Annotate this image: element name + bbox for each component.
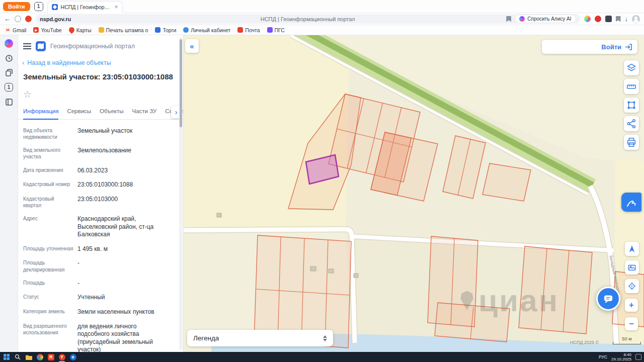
ruler-button[interactable] xyxy=(624,79,639,94)
map-canvas[interactable]: Западный переулок « Войти xyxy=(184,35,644,352)
browser-icon xyxy=(37,354,43,360)
my-location-button[interactable] xyxy=(625,242,639,256)
location-arrow-icon xyxy=(627,244,636,253)
zoom-in-button[interactable]: + xyxy=(625,299,638,312)
bookmark-gmail[interactable]: M Gmail xyxy=(5,27,26,33)
bookmark-mail[interactable]: Почта xyxy=(237,27,260,33)
tab-services[interactable]: Сервисы xyxy=(67,106,91,119)
object-title: Земельный участок: 23:05:0103000:1088 xyxy=(18,66,183,82)
zoom-controls: + − xyxy=(625,299,638,330)
alice-icon[interactable] xyxy=(5,39,13,48)
field-row: Вид земельного участка Землепользование xyxy=(23,143,170,163)
field-value: Учтенный xyxy=(77,294,170,302)
field-row: Категория земель Земли населенных пункто… xyxy=(23,305,170,319)
panel-scrollbar[interactable] xyxy=(179,37,183,350)
panorama-mode-button[interactable] xyxy=(621,193,641,212)
extensions-icon[interactable] xyxy=(15,16,21,22)
tab-information[interactable]: Информация xyxy=(23,106,58,120)
bookmark-stamp[interactable]: Печать штампа о xyxy=(99,27,148,33)
search-area-button[interactable] xyxy=(625,279,639,293)
bookmark-pgs[interactable]: ПГС xyxy=(267,27,285,33)
extension-icon[interactable] xyxy=(595,16,601,22)
field-label: Статус xyxy=(23,294,73,300)
site-service-icon[interactable] xyxy=(25,16,32,22)
browser-sync-login-chip[interactable]: Войти xyxy=(3,2,30,11)
tabs-panel-counter[interactable]: 1 xyxy=(5,83,13,92)
ruler-icon xyxy=(626,81,637,92)
measure-area-button[interactable] xyxy=(624,98,639,113)
tab-favicon xyxy=(52,4,58,10)
taskbar-app-browser[interactable] xyxy=(36,353,44,361)
field-row: Кадастровый номер 23:05:0103000:1088 xyxy=(23,177,170,192)
taskbar-app-ya-square[interactable]: Я xyxy=(47,353,55,361)
collapse-panel-button[interactable]: « xyxy=(185,39,199,53)
bookmark-youtube[interactable]: ▶ YouTube xyxy=(33,27,61,33)
bookmark-label: ПГС xyxy=(275,27,285,33)
taskbar-app-edge[interactable]: e xyxy=(69,353,77,361)
profile-avatar[interactable] xyxy=(632,15,640,23)
bookmark-label: Печать штампа о xyxy=(106,27,148,33)
field-row: Дата присвоения 06.03.2023 xyxy=(23,163,170,178)
bookmarks-panel-icon[interactable] xyxy=(616,16,621,22)
history-icon[interactable] xyxy=(5,54,13,62)
sketch-icon xyxy=(625,196,638,209)
browser-tab[interactable]: НСПД | Геоинформационный портал × xyxy=(47,1,123,13)
stamp-icon xyxy=(99,27,104,33)
field-value: Земли населенных пунктов xyxy=(77,308,170,316)
layers-button[interactable] xyxy=(624,60,639,75)
bookmark-torgi[interactable]: Торги xyxy=(155,27,176,33)
menu-hamburger-icon[interactable] xyxy=(23,43,31,49)
cadastral-map[interactable]: Западный переулок xyxy=(184,35,644,352)
tab-close-icon[interactable]: × xyxy=(115,4,118,10)
zoom-out-button[interactable]: − xyxy=(625,317,638,330)
field-label: Вид разрешенного использования xyxy=(23,323,73,336)
chat-icon xyxy=(602,292,615,305)
date: 29.10.2025 xyxy=(611,357,631,361)
field-label: Дата присвоения xyxy=(23,167,73,173)
language-indicator[interactable]: РУС xyxy=(599,354,607,359)
envelope-icon xyxy=(237,27,243,33)
support-chat-button[interactable] xyxy=(596,287,620,311)
extension-icon[interactable] xyxy=(584,16,591,22)
field-value: 1 495 кв. м xyxy=(77,245,170,253)
collections-icon[interactable] xyxy=(5,68,13,77)
field-value: Землепользование xyxy=(77,147,170,155)
start-button[interactable] xyxy=(3,353,11,361)
omnibox[interactable]: nspd.gov.ru НСПД | Геоинформационный пор… xyxy=(36,14,580,24)
bookmark-account[interactable]: Личный кабинет xyxy=(183,27,230,33)
clock[interactable]: 8:40 29.10.2025 xyxy=(611,352,631,361)
scale-label: 50 м xyxy=(613,336,641,341)
back-to-results-link[interactable]: ‹ Назад в найденные объекты xyxy=(18,55,183,66)
tab-objects[interactable]: Объекты xyxy=(100,106,123,119)
field-label: Вид объекта недвижимости xyxy=(23,127,73,140)
search-icon xyxy=(15,354,21,360)
favorite-star-icon[interactable]: ☆ xyxy=(23,88,183,100)
print-button[interactable] xyxy=(624,135,639,150)
site-login-button[interactable]: Войти xyxy=(542,40,637,54)
url-text[interactable]: nspd.gov.ru xyxy=(40,16,71,22)
extension-icon[interactable] xyxy=(605,16,612,22)
field-label: Площадь декларированная xyxy=(23,259,73,273)
attribute-list: Вид объекта недвижимости Земельный участ… xyxy=(18,120,183,352)
bookmark-flag-icon[interactable] xyxy=(506,16,511,22)
scale-line xyxy=(613,342,641,344)
panorama-view-button[interactable] xyxy=(625,260,639,275)
windows-taskbar: Я Y e РУС 8:40 29.10.2025 xyxy=(0,352,644,362)
legend-dropdown[interactable]: Легенда xyxy=(187,330,333,346)
file-explorer-button[interactable] xyxy=(25,353,33,361)
share-button[interactable] xyxy=(624,116,639,131)
taskbar-app-yandex-browser[interactable]: Y xyxy=(58,353,66,361)
tab-counter-badge[interactable]: 1 xyxy=(34,2,43,11)
tab-parcel-parts[interactable]: Части ЗУ xyxy=(132,106,157,119)
taskbar-search-button[interactable] xyxy=(14,353,22,361)
scrollbar-thumb[interactable] xyxy=(180,39,182,127)
back-icon[interactable]: ← xyxy=(4,16,11,22)
bookmark-maps[interactable]: Карты xyxy=(69,27,92,33)
ask-alice-button[interactable]: Спросить Алису AI xyxy=(515,15,576,23)
taskbar-tray: РУС 8:40 29.10.2025 xyxy=(599,352,641,361)
sidebar-panel-icon[interactable] xyxy=(5,98,13,106)
portal-logo[interactable] xyxy=(36,41,46,51)
downloads-icon[interactable]: ↓ xyxy=(625,16,628,22)
notification-center-icon[interactable] xyxy=(635,354,641,360)
field-value: Краснодарский край, Выселковский район, … xyxy=(77,215,170,239)
